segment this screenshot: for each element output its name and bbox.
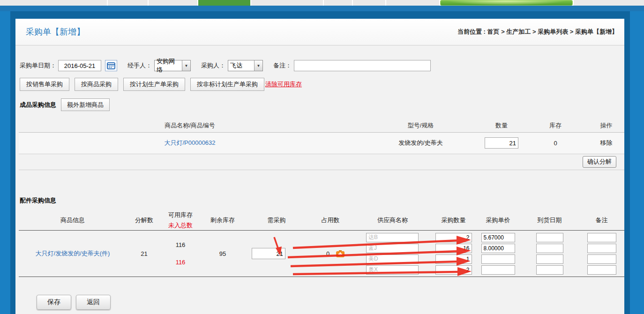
top-tab[interactable] — [386, 0, 439, 6]
part-product-link[interactable]: 大只灯/发烧发的/史蒂夫(件) — [36, 250, 110, 257]
save-button[interactable]: 保存 — [37, 295, 71, 310]
date-label: 采购单日期： — [20, 61, 56, 70]
top-tab[interactable] — [574, 0, 644, 6]
product-link[interactable]: 大只灯/P00000632 — [164, 139, 215, 146]
supplier-name-input[interactable] — [366, 244, 419, 253]
available-stock-value: 116 — [162, 241, 199, 248]
purchase-qty-input[interactable] — [435, 254, 472, 264]
purchase-qty-input[interactable] — [435, 265, 472, 275]
handler-select[interactable]: 安购网络 ▼ — [154, 60, 191, 71]
date-input[interactable] — [58, 60, 101, 71]
handler-select-value: 安购网络 — [155, 57, 182, 74]
page-body: 采购单日期： 经手人： 安购网络 ▼ 采购人： 飞达 ▼ 备注： — [15, 45, 624, 310]
row-remark-input[interactable] — [587, 233, 616, 242]
remove-link[interactable]: 移除 — [600, 139, 613, 146]
col-header-action: 操作 — [588, 119, 624, 132]
col-header-not-in-total: 未入总数 — [168, 221, 193, 230]
need-purchase-input[interactable] — [252, 248, 285, 259]
row-remark-input[interactable] — [587, 265, 616, 275]
top-tab[interactable] — [353, 0, 385, 6]
supplier-name-input[interactable] — [366, 233, 419, 242]
unit-price-input[interactable] — [481, 254, 515, 264]
supplier-name-input[interactable] — [366, 254, 419, 264]
unit-price-input[interactable] — [481, 244, 515, 253]
purchaser-select[interactable]: 飞达 ▼ — [228, 60, 263, 71]
remaining-stock-value: 95 — [199, 231, 246, 277]
footer-actions: 保存 返回 — [15, 295, 624, 310]
order-form-row: 采购单日期： 经手人： 安购网络 ▼ 采购人： 飞达 ▼ 备注： — [15, 60, 624, 72]
purchase-qty-input[interactable] — [435, 244, 472, 253]
col-header-need-purchase: 需采购 — [246, 211, 307, 231]
col-header-remaining-stock: 剩余库存 — [199, 211, 246, 231]
split-qty-value: 21 — [127, 231, 162, 277]
finished-goods-section-title: 成品采购信息 — [20, 101, 56, 109]
col-header-remark: 备注 — [579, 211, 624, 231]
top-tab[interactable] — [251, 0, 323, 6]
add-supplier-icon[interactable] — [336, 249, 345, 258]
calendar-button[interactable] — [105, 60, 117, 71]
col-header-purchase-qty: 采购数量 — [431, 211, 476, 231]
table-row: 大只灯/发烧发的/史蒂夫(件) 21 116 116 95 0 — [19, 231, 624, 277]
top-tab-bar — [0, 0, 644, 6]
parts-section-title: 配件采购信息 — [20, 196, 56, 205]
back-button[interactable]: 返回 — [76, 295, 111, 310]
chevron-down-icon[interactable]: ▼ — [254, 60, 262, 71]
handler-label: 经手人： — [127, 61, 152, 70]
unit-price-input[interactable] — [481, 265, 515, 275]
content-card: 采购单【新增】 当前位置 : 首页 > 生产加工 > 采购单列表 > 采购单【新… — [15, 19, 624, 314]
remark-label: 备注： — [273, 61, 292, 70]
confirm-split-row: 确认分解 — [19, 154, 624, 170]
row-remark-input[interactable] — [587, 254, 616, 264]
by-sales-order-button[interactable]: 按销售单采购 — [20, 78, 69, 91]
purchaser-select-value: 飞达 — [228, 61, 254, 70]
col-header-arrival-date: 到货日期 — [520, 211, 579, 231]
by-nonstandard-planned-order-button[interactable]: 按非标计划生产单采购 — [190, 78, 264, 91]
clear-available-stock-link[interactable]: 清除可用库存 — [265, 80, 302, 89]
top-tab-active[interactable] — [198, 0, 250, 6]
purchase-mode-buttons: 按销售单采购 按商品采购 按计划生产单采购 按非标计划生产单采购 清除可用库存 — [15, 78, 624, 91]
col-header-occupied: 占用数 — [307, 211, 354, 231]
remark-input[interactable] — [294, 60, 431, 71]
unit-price-input[interactable] — [481, 233, 515, 242]
col-header-qty: 数量 — [480, 119, 523, 132]
header-band — [0, 6, 644, 11]
table-row: 大只灯/P00000632 发烧发的/史蒂夫 0 移除 — [19, 132, 624, 154]
quantity-input[interactable] — [485, 137, 518, 149]
by-product-button[interactable]: 按商品采购 — [75, 78, 118, 91]
arrival-date-input[interactable] — [536, 244, 563, 253]
finished-goods-section-header: 成品采购信息 额外新增商品 — [15, 98, 624, 111]
arrival-date-input[interactable] — [536, 265, 563, 275]
col-header-supplier: 供应商名称 — [354, 211, 431, 231]
calendar-icon — [107, 62, 115, 69]
top-tab[interactable] — [108, 0, 148, 6]
parts-table-header: 商品信息 分解数 可用库存 未入总数 剩余库存 需采购 占用数 供应商名称 采购… — [19, 211, 624, 231]
occupied-value: 0 — [326, 250, 329, 257]
purchase-qty-input[interactable] — [435, 233, 472, 242]
purchaser-label: 采购人： — [201, 61, 225, 70]
arrival-date-input[interactable] — [536, 233, 563, 242]
supplier-name-input[interactable] — [366, 265, 419, 275]
title-bar: 采购单【新增】 当前位置 : 首页 > 生产加工 > 采购单列表 > 采购单【新… — [15, 19, 624, 45]
top-green-action-button[interactable] — [440, 0, 573, 6]
add-extra-product-button[interactable]: 额外新增商品 — [61, 98, 110, 111]
arrival-date-input[interactable] — [536, 254, 563, 264]
top-tab[interactable] — [0, 0, 107, 6]
col-header-unit-price: 采购单价 — [476, 211, 520, 231]
col-header-name-code: 商品名称/商品编号 — [19, 119, 361, 132]
col-header-split-qty: 分解数 — [127, 211, 162, 231]
by-planned-order-button[interactable]: 按计划生产单采购 — [123, 78, 185, 91]
row-remark-input[interactable] — [587, 244, 616, 253]
top-tab[interactable] — [324, 0, 352, 6]
col-header-available-stock: 可用库存 — [168, 211, 193, 219]
col-header-spec: 型号/规格 — [361, 119, 480, 132]
confirm-split-button[interactable]: 确认分解 — [583, 156, 616, 168]
page: 采购单【新增】 当前位置 : 首页 > 生产加工 > 采购单列表 > 采购单【新… — [0, 0, 644, 314]
page-title: 采购单【新增】 — [26, 26, 85, 37]
col-header-stock: 库存 — [523, 119, 588, 132]
col-header-product: 商品信息 — [19, 211, 127, 231]
not-in-total-value: 116 — [162, 259, 199, 266]
stock-value: 0 — [523, 132, 588, 154]
finished-goods-table-header: 商品名称/商品编号 型号/规格 数量 库存 操作 — [19, 119, 624, 132]
top-tab[interactable] — [149, 0, 197, 6]
chevron-down-icon[interactable]: ▼ — [182, 60, 190, 71]
